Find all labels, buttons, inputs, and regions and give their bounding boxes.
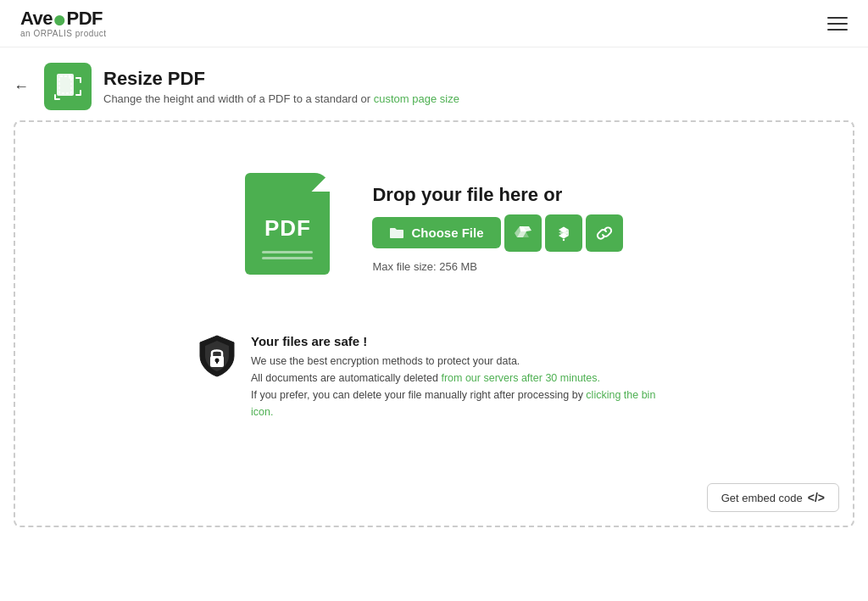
- upload-area: PDF Drop your file here or Choose File: [245, 173, 622, 283]
- logo-title: Ave●PDF: [20, 8, 107, 29]
- security-section: Your files are safe ! We use the best en…: [197, 334, 671, 420]
- drop-container: PDF Drop your file here or Choose File: [14, 120, 854, 527]
- page-header: ← Resize PDF Change the height and width…: [0, 47, 868, 120]
- security-text: Your files are safe ! We use the best en…: [251, 334, 671, 420]
- dropbox-button[interactable]: [545, 214, 582, 252]
- embed-code-button[interactable]: Get embed code </>: [707, 483, 839, 512]
- subtitle-pre: Change the height and width of a PDF to …: [103, 92, 374, 105]
- security-line1: We use the best encryption methods to pr…: [251, 353, 671, 370]
- security-line2: All documents are automatically deleted …: [251, 370, 671, 387]
- page-icon: [44, 63, 92, 110]
- choose-file-label: Choose File: [411, 225, 483, 240]
- dropbox-icon: [554, 224, 573, 242]
- svg-rect-6: [216, 360, 218, 364]
- resize-pdf-icon: [53, 71, 83, 102]
- security-title: Your files are safe !: [251, 334, 671, 348]
- action-buttons: Choose File: [372, 214, 622, 252]
- embed-code-label: Get embed code: [721, 492, 803, 504]
- max-size-label: Max file size: 256 MB: [372, 260, 622, 273]
- page-title-block: Resize PDF Change the height and width o…: [103, 68, 459, 105]
- google-drive-icon: [514, 224, 532, 242]
- url-link-button[interactable]: [586, 214, 623, 252]
- menu-button[interactable]: [827, 17, 848, 31]
- code-brackets-icon: </>: [808, 491, 825, 504]
- page-title: Resize PDF: [103, 68, 459, 90]
- drop-text: Drop your file here or: [372, 184, 622, 206]
- link-icon: [595, 224, 614, 242]
- header: Ave●PDF an ORPALIS product: [0, 0, 868, 47]
- folder-icon: [389, 226, 404, 240]
- svg-point-3: [562, 238, 564, 240]
- choose-file-button[interactable]: Choose File: [372, 217, 500, 248]
- pdf-label: PDF: [264, 215, 311, 242]
- page-subtitle: Change the height and width of a PDF to …: [103, 92, 459, 105]
- logo: Ave●PDF an ORPALIS product: [20, 8, 107, 38]
- security-line3: If you prefer, you can delete your file …: [251, 387, 671, 420]
- upload-right: Drop your file here or Choose File: [372, 184, 622, 273]
- shield-icon: [197, 334, 237, 378]
- pdf-file-icon: PDF: [245, 173, 338, 283]
- subtitle-link: custom page size: [374, 92, 459, 105]
- google-drive-button[interactable]: [504, 214, 542, 252]
- back-button[interactable]: ←: [14, 78, 29, 96]
- logo-subtitle: an ORPALIS product: [20, 29, 107, 38]
